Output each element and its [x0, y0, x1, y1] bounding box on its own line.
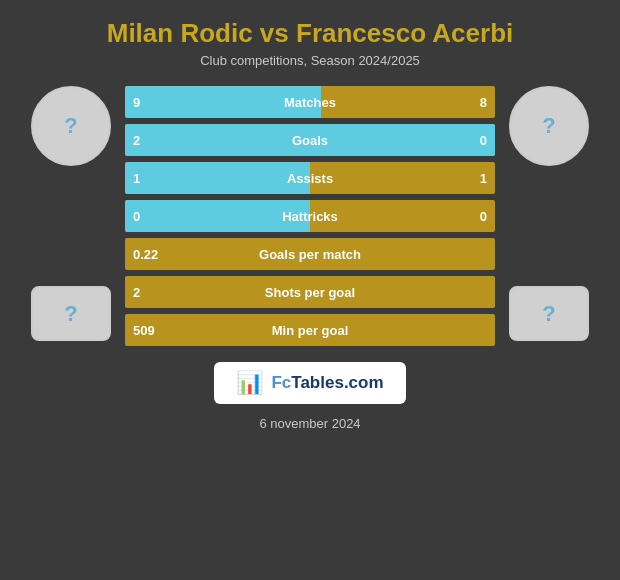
right-player-avatar-bottom: ? — [509, 286, 589, 341]
stat-value-left: 9 — [133, 95, 140, 110]
left-avatar-question-bottom: ? — [64, 301, 77, 327]
stat-value-right: 0 — [480, 133, 487, 148]
right-avatar-question-top: ? — [542, 113, 555, 139]
left-avatar-question-top: ? — [64, 113, 77, 139]
stat-value-right: 1 — [480, 171, 487, 186]
footer-date: 6 november 2024 — [259, 416, 360, 431]
stat-label: Goals per match — [259, 247, 361, 262]
right-avatar-question-bottom: ? — [542, 301, 555, 327]
stat-label: Assists — [287, 171, 333, 186]
right-player-col: ? ? — [499, 86, 599, 341]
stat-row: Shots per goal2 — [125, 276, 495, 308]
stat-label: Goals — [292, 133, 328, 148]
logo-tables: Tables.com — [291, 373, 383, 392]
stat-row: Goals20 — [125, 124, 495, 156]
right-player-avatar-top: ? — [509, 86, 589, 166]
stat-bar-bg: Matches98 — [125, 86, 495, 118]
stat-bar-bg: Shots per goal2 — [125, 276, 495, 308]
left-player-avatar-bottom: ? — [31, 286, 111, 341]
stat-bar-bg: Min per goal509 — [125, 314, 495, 346]
left-player-avatar-top: ? — [31, 86, 111, 166]
stat-row: Hattricks00 — [125, 200, 495, 232]
logo-text: FcTables.com — [271, 373, 383, 393]
stat-value-left: 2 — [133, 133, 140, 148]
logo-fc: Fc — [271, 373, 291, 392]
stat-value-left: 509 — [133, 323, 155, 338]
logo-icon: 📊 — [236, 370, 263, 396]
stat-value-left: 0.22 — [133, 247, 158, 262]
left-player-col: ? ? — [21, 86, 121, 341]
stat-row: Matches98 — [125, 86, 495, 118]
comparison-card: Milan Rodic vs Francesco Acerbi Club com… — [0, 0, 620, 580]
stat-value-left: 1 — [133, 171, 140, 186]
stat-label: Shots per goal — [265, 285, 355, 300]
main-content: ? ? Matches98Goals20Assists11Hattricks00… — [0, 86, 620, 346]
stat-label: Matches — [284, 95, 336, 110]
page-title: Milan Rodic vs Francesco Acerbi — [107, 18, 514, 49]
stat-value-left: 2 — [133, 285, 140, 300]
stat-value-right: 8 — [480, 95, 487, 110]
stat-bar-bg: Hattricks00 — [125, 200, 495, 232]
stat-row: Assists11 — [125, 162, 495, 194]
stat-value-right: 0 — [480, 209, 487, 224]
stat-bar-bg: Assists11 — [125, 162, 495, 194]
stat-label: Min per goal — [272, 323, 349, 338]
page-subtitle: Club competitions, Season 2024/2025 — [200, 53, 420, 68]
stat-bar-bg: Goals20 — [125, 124, 495, 156]
stat-bar-fill — [125, 162, 310, 194]
stat-bar-bg: Goals per match0.22 — [125, 238, 495, 270]
stat-value-left: 0 — [133, 209, 140, 224]
stats-column: Matches98Goals20Assists11Hattricks00Goal… — [125, 86, 495, 346]
logo-area: 📊 FcTables.com — [214, 362, 405, 404]
stat-label: Hattricks — [282, 209, 338, 224]
stat-row: Goals per match0.22 — [125, 238, 495, 270]
stat-row: Min per goal509 — [125, 314, 495, 346]
